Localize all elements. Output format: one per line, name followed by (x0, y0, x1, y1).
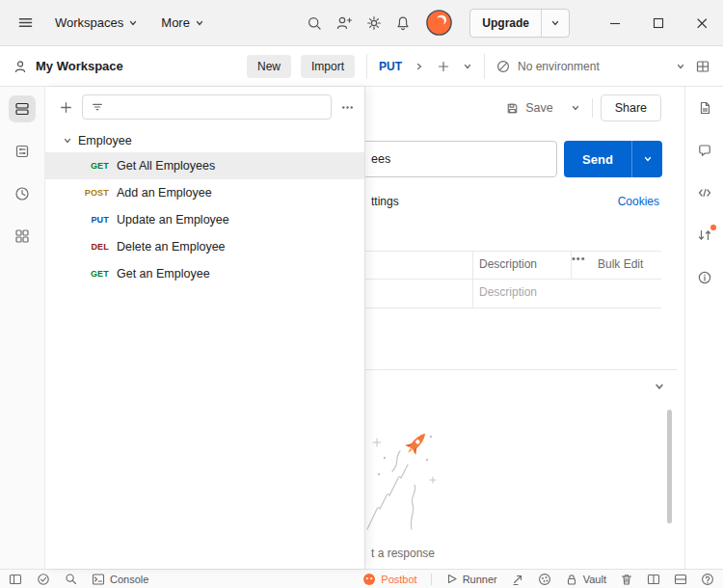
cookies-link[interactable]: Cookies (618, 195, 659, 208)
find-icon[interactable] (65, 573, 77, 585)
environments-icon[interactable] (9, 138, 36, 165)
add-collection-plus-icon[interactable] (59, 100, 73, 115)
postman-logo (426, 10, 452, 36)
check-circle-icon[interactable] (37, 573, 50, 586)
console-label: Console (110, 574, 148, 585)
request-item-add-an-employee[interactable]: POST Add an Employee (45, 179, 364, 206)
open-tab-method[interactable]: PUT (379, 60, 402, 73)
collection-row-employee[interactable]: Employee (45, 129, 364, 152)
related-requests-icon[interactable] (697, 227, 712, 243)
request-name: Get an Employee (117, 267, 210, 281)
postbot-label: Postbot (381, 574, 416, 585)
response-empty-hint: t a response (371, 547, 435, 560)
workspaces-menu[interactable]: Workspaces (47, 10, 146, 36)
more-options-icon[interactable] (340, 100, 355, 115)
workspace-name[interactable]: My Workspace (36, 59, 123, 73)
share-button[interactable]: Share (601, 94, 661, 121)
split-pane-icon[interactable] (647, 573, 660, 586)
collections-icon[interactable] (9, 95, 36, 122)
request-item-update-an-employee[interactable]: PUT Update an Employee (45, 206, 364, 233)
save-button[interactable]: Save (499, 96, 559, 120)
environment-label: No environment (518, 60, 600, 73)
gear-icon[interactable] (366, 15, 382, 31)
response-divider (365, 369, 677, 370)
chevron-down-icon (195, 18, 204, 28)
cookies-icon[interactable] (538, 573, 551, 586)
method-label: GET (80, 269, 109, 279)
request-panel: Save Share ees Send ttings Cookies Descr… (365, 87, 684, 569)
comments-icon[interactable] (697, 143, 712, 158)
request-item-get-an-employee[interactable]: GET Get an Employee (45, 260, 364, 287)
new-tab-plus-icon[interactable] (437, 60, 450, 73)
workspace-person-icon (13, 59, 28, 74)
minimize-icon[interactable] (593, 0, 636, 46)
postbot-button[interactable]: Postbot (362, 573, 416, 586)
table-options-icon[interactable]: ••• (572, 253, 586, 264)
search-icon[interactable] (307, 15, 322, 31)
divider (592, 98, 593, 118)
method-label: GET (80, 161, 109, 171)
request-name: Get All Employees (117, 159, 215, 173)
trash-icon[interactable] (620, 573, 633, 586)
env-quick-look-icon[interactable] (695, 59, 710, 74)
tab-settings[interactable]: ttings (371, 195, 399, 208)
maximize-icon[interactable] (636, 0, 680, 46)
titlebar-right-cluster: Upgrade (307, 0, 723, 46)
help-icon[interactable] (701, 573, 714, 586)
close-icon[interactable] (680, 0, 723, 46)
capture-requests-icon[interactable] (511, 573, 524, 586)
code-icon[interactable] (697, 185, 712, 200)
send-label: Send (564, 141, 631, 177)
more-menu[interactable]: More (153, 10, 212, 36)
workspace-bar: My Workspace New Import PUT No environme… (0, 46, 723, 87)
runner-button[interactable]: Runner (445, 573, 497, 585)
toggle-sidebar-icon[interactable] (9, 573, 22, 586)
filter-icon (91, 100, 104, 114)
send-button[interactable]: Send (564, 141, 662, 177)
save-options-chevron-icon[interactable] (567, 99, 584, 117)
import-button[interactable]: Import (301, 55, 355, 78)
hamburger-icon[interactable] (12, 9, 40, 37)
chevron-down-icon (63, 136, 72, 146)
request-item-delete-an-employee[interactable]: DEL Delete an Employee (45, 233, 364, 260)
status-bar: Console Postbot Runner Vault (0, 569, 723, 588)
new-button[interactable]: New (247, 55, 291, 78)
bulk-edit-button[interactable]: Bulk Edit (598, 257, 643, 271)
method-label: POST (80, 188, 109, 198)
description-cell-placeholder[interactable]: Description (479, 285, 537, 299)
divider (431, 574, 432, 585)
info-icon[interactable] (697, 270, 712, 285)
environment-selector[interactable]: No environment (485, 60, 695, 73)
vault-label: Vault (583, 574, 606, 585)
no-environment-icon (496, 60, 510, 73)
request-item-get-all-employees[interactable]: GET Get All Employees (45, 152, 364, 179)
table-border (365, 307, 661, 308)
method-label: DEL (80, 242, 109, 252)
vault-lock-icon (565, 573, 578, 586)
save-icon (505, 101, 520, 116)
upgrade-button-main[interactable]: Upgrade (470, 10, 541, 37)
upgrade-caret-button[interactable] (541, 10, 569, 37)
chevron-down-icon (128, 18, 138, 28)
collections-sidebar: Employee GET Get All Employees POST Add … (45, 87, 365, 569)
sidebar-search-input[interactable] (110, 100, 323, 114)
console-button[interactable]: Console (92, 573, 148, 586)
response-scrollbar[interactable] (667, 410, 672, 523)
two-pane-layout-icon[interactable] (674, 573, 687, 586)
chevron-down-icon (676, 62, 685, 71)
tab-bar: PUT (367, 60, 484, 73)
vault-button[interactable]: Vault (565, 573, 606, 586)
history-icon[interactable] (9, 180, 36, 207)
request-name: Update an Employee (117, 213, 229, 227)
response-collapse-chevron-icon[interactable] (654, 381, 665, 392)
bell-icon[interactable] (395, 15, 411, 31)
invite-user-icon[interactable] (335, 14, 353, 32)
send-options-chevron-icon[interactable] (631, 141, 662, 177)
workspaces-label: Workspaces (55, 15, 123, 30)
upgrade-button: Upgrade (469, 9, 570, 38)
description-column-header: Description (479, 257, 537, 271)
documentation-icon[interactable] (697, 100, 712, 116)
chevron-right-icon[interactable] (415, 62, 424, 71)
blocks-icon[interactable] (9, 223, 36, 250)
tab-options-chevron-icon[interactable] (463, 62, 472, 71)
